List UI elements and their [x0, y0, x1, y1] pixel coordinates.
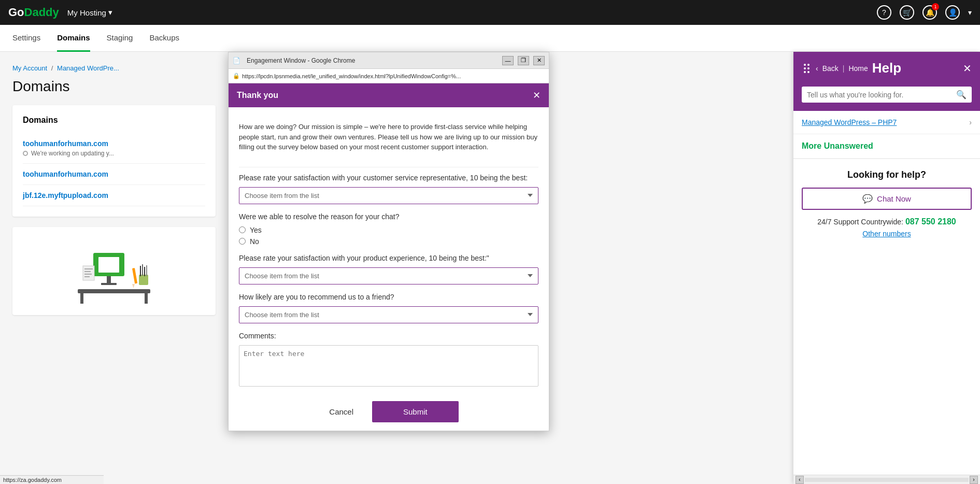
- sub-navigation: Settings Domains Staging Backups: [0, 25, 980, 52]
- help-header-top: ‹ Back | Home Help ✕: [802, 60, 972, 76]
- survey-close-button[interactable]: ✕: [533, 90, 541, 101]
- survey-q4-label: How likely are you to recommend us to a …: [239, 293, 538, 301]
- domain-name-2[interactable]: toohumanforhuman.com: [23, 170, 205, 178]
- status-dot-1: [23, 151, 28, 156]
- survey-q1-label: Please rate your satisfaction with your …: [239, 174, 538, 182]
- illustration-card: [12, 227, 216, 315]
- svg-rect-7: [83, 266, 94, 280]
- help-close-button[interactable]: ✕: [963, 62, 972, 75]
- help-search-input[interactable]: [807, 91, 956, 99]
- svg-rect-9: [84, 271, 91, 272]
- survey-q2-label: Were we able to resolve the reason for y…: [239, 212, 538, 221]
- browser-popup: 📄 Engagement Window - Google Chrome — ❐ …: [228, 52, 549, 431]
- breadcrumb: My Account / Managed WordPre...: [12, 64, 216, 72]
- survey-q2-no-radio[interactable]: [239, 238, 246, 245]
- survey-comments-label: Comments:: [239, 332, 538, 340]
- help-icon[interactable]: ?: [877, 5, 891, 20]
- survey-q1-select[interactable]: Choose item from the list: [239, 187, 538, 204]
- survey-q2-yes[interactable]: Yes: [239, 226, 538, 234]
- cart-icon[interactable]: 🛒: [900, 5, 914, 20]
- survey-body: How are we doing? Our mission is simple …: [229, 107, 549, 431]
- survey-header: Thank you ✕: [229, 83, 549, 107]
- breadcrumb-my-account[interactable]: My Account: [12, 64, 47, 72]
- survey-submit-button[interactable]: Submit: [372, 401, 459, 422]
- my-hosting-dropdown[interactable]: My Hosting ▾: [67, 8, 112, 17]
- help-panel-title: Help: [872, 60, 901, 76]
- scrollbar-right-button[interactable]: ›: [970, 476, 978, 484]
- looking-for-help-section: Looking for help? 💬 Chat Now 24/7 Suppor…: [793, 159, 980, 248]
- svg-rect-15: [140, 266, 141, 276]
- help-body: Managed WordPress – PHP7 › More Unanswer…: [793, 111, 980, 475]
- survey-q4-select[interactable]: Choose item from the list: [239, 306, 538, 323]
- browser-close-btn[interactable]: ✕: [533, 56, 545, 65]
- breadcrumb-managed-wordpress[interactable]: Managed WordPre...: [57, 64, 119, 72]
- breadcrumb-separator: /: [51, 64, 55, 72]
- survey-q3-label: Please rate your satisfaction with your …: [239, 254, 538, 262]
- user-icon[interactable]: 👤: [945, 5, 960, 20]
- domain-name-3[interactable]: jbf.12e.myftpupload.com: [23, 191, 205, 200]
- survey-container: Thank you ✕ How are we doing? Our missio…: [229, 83, 549, 431]
- browser-url: https://lpcdn.lpsnmedia.net/le_unified_w…: [242, 73, 461, 79]
- chevron-right-icon: ›: [969, 118, 972, 126]
- browser-restore-btn[interactable]: ❐: [518, 56, 529, 65]
- survey-cancel-button[interactable]: Cancel: [319, 401, 364, 422]
- domain-name-1[interactable]: toohumanforhuman.com: [23, 139, 205, 148]
- phone-number: 087 550 2180: [905, 217, 956, 226]
- my-hosting-label: My Hosting: [67, 8, 106, 17]
- managed-wp-link[interactable]: Managed WordPress – PHP7: [802, 118, 897, 126]
- survey-comments-textarea[interactable]: [239, 345, 538, 387]
- survey-q2-no[interactable]: No: [239, 237, 538, 246]
- survey-q2-yes-radio[interactable]: [239, 226, 246, 233]
- user-chevron-icon: ▾: [968, 8, 972, 17]
- help-search-bar: 🔍: [802, 87, 972, 103]
- svg-rect-0: [78, 289, 150, 293]
- subnav-domains[interactable]: Domains: [57, 25, 90, 52]
- help-header: ‹ Back | Home Help ✕ 🔍: [793, 52, 980, 111]
- help-home-link[interactable]: Home: [848, 64, 868, 73]
- svg-rect-10: [84, 274, 92, 275]
- back-chevron-icon: ‹: [816, 64, 818, 73]
- svg-rect-5: [107, 276, 111, 283]
- subnav-settings[interactable]: Settings: [12, 25, 40, 52]
- svg-rect-1: [80, 293, 83, 304]
- chat-now-label: Chat Now: [877, 194, 911, 203]
- subnav-backups[interactable]: Backups: [149, 25, 179, 52]
- browser-minimize-btn[interactable]: —: [502, 56, 514, 65]
- drag-handle: [802, 62, 812, 75]
- chat-now-button[interactable]: 💬 Chat Now: [802, 188, 972, 210]
- survey-q2-radio-group: Yes No: [239, 226, 538, 246]
- other-numbers-link[interactable]: Other numbers: [802, 230, 972, 238]
- svg-rect-2: [145, 293, 148, 304]
- survey-intro-text: How are we doing? Our mission is simple …: [239, 116, 538, 159]
- chat-icon: 💬: [862, 194, 873, 204]
- scrollbar-track: [805, 478, 969, 482]
- help-panel: ‹ Back | Home Help ✕ 🔍 Managed WordPress…: [793, 52, 980, 484]
- support-label: 24/7 Support Countrywide:: [817, 218, 903, 226]
- status-bar: https://za.godaddy.com: [0, 475, 104, 484]
- search-icon[interactable]: 🔍: [956, 90, 967, 99]
- svg-rect-12: [132, 268, 137, 283]
- domain-item-3: jbf.12e.myftpupload.com: [23, 185, 205, 206]
- svg-rect-18: [146, 265, 147, 276]
- domains-card: Domains toohumanforhuman.com We're worki…: [12, 105, 216, 217]
- support-info: 24/7 Support Countrywide: 087 550 2180: [802, 217, 972, 226]
- nav-right-icons: ? 🛒 🔔 1 👤 ▾: [877, 5, 972, 20]
- survey-q3-select[interactable]: Choose item from the list: [239, 267, 538, 284]
- more-unanswered-link[interactable]: More Unanswered: [793, 134, 980, 159]
- left-content: My Account / Managed WordPre... Domains …: [0, 52, 228, 484]
- svg-rect-6: [101, 283, 117, 285]
- chevron-down-icon: ▾: [108, 8, 112, 17]
- subnav-staging[interactable]: Staging: [107, 25, 133, 52]
- top-navigation: GoDaddy My Hosting ▾ ? 🛒 🔔 1 👤 ▾: [0, 0, 980, 25]
- illustration-svg: [73, 237, 155, 305]
- notification-badge: 1: [932, 3, 939, 10]
- help-nav-separator: |: [843, 64, 845, 73]
- help-back-link[interactable]: Back: [822, 64, 839, 73]
- help-nav-and-title: ‹ Back | Home Help: [816, 60, 963, 76]
- lock-icon: 🔒: [233, 73, 240, 79]
- scrollbar-left-button[interactable]: ‹: [796, 476, 804, 484]
- svg-rect-16: [142, 264, 143, 276]
- svg-rect-4: [98, 257, 119, 273]
- help-navigation: ‹ Back | Home: [816, 64, 868, 73]
- help-list-item-managed-wp[interactable]: Managed WordPress – PHP7 ›: [793, 111, 980, 134]
